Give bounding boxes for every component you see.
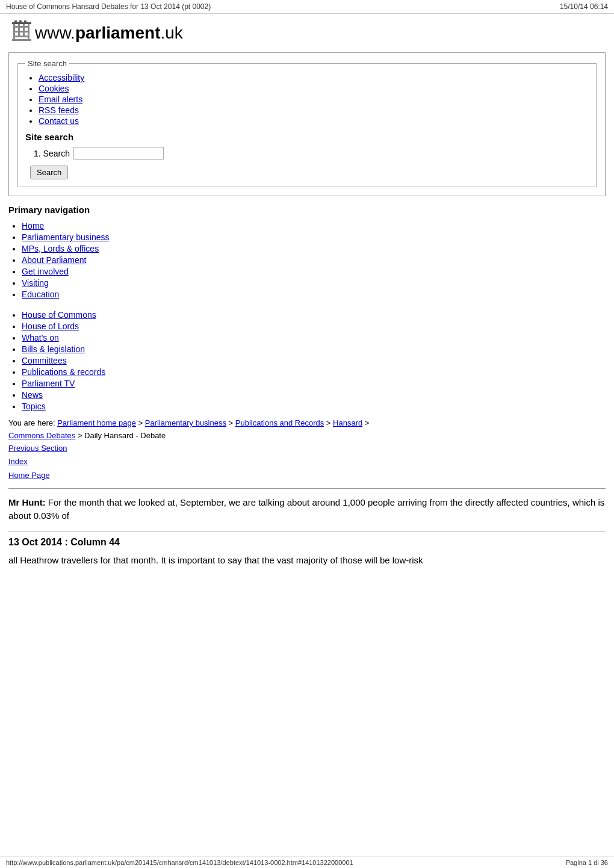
breadcrumb-parl-biz-link[interactable]: Parliamentary business bbox=[145, 418, 226, 427]
list-item: Visiting bbox=[22, 278, 606, 288]
quick-links-list: Accessibility Cookies Email alerts RSS f… bbox=[25, 73, 589, 126]
nav-parliament-tv-link[interactable]: Parliament TV bbox=[22, 379, 75, 388]
search-section-title: Site search bbox=[25, 132, 589, 142]
nav-whats-on-link[interactable]: What's on bbox=[22, 333, 59, 343]
top-bar: House of Commons Hansard Debates for 13 … bbox=[0, 0, 614, 14]
quick-link-item: Contact us bbox=[39, 116, 589, 126]
nav-topics-link[interactable]: Topics bbox=[22, 401, 46, 411]
quick-link-item: Cookies bbox=[39, 84, 589, 93]
main-text-area: Mr Hunt: For the month that we looked at… bbox=[8, 496, 606, 523]
cookies-link[interactable]: Cookies bbox=[39, 84, 69, 93]
search-label: 1. Search bbox=[34, 149, 70, 158]
svg-rect-3 bbox=[23, 23, 25, 37]
svg-rect-14 bbox=[12, 39, 31, 41]
paragraph1-text: For the month that we looked at, Septemb… bbox=[8, 497, 604, 521]
rss-feeds-link[interactable]: RSS feeds bbox=[39, 105, 79, 115]
nav-news-link[interactable]: News bbox=[22, 390, 43, 400]
quick-link-item: RSS feeds bbox=[39, 105, 589, 115]
search-input[interactable] bbox=[73, 147, 164, 160]
list-item: Get involved bbox=[22, 267, 606, 276]
svg-rect-9 bbox=[14, 20, 17, 23]
search-row: 1. Search bbox=[25, 147, 589, 160]
list-item: House of Lords bbox=[22, 321, 606, 331]
accessibility-link[interactable]: Accessibility bbox=[39, 73, 84, 82]
list-item: Parliament TV bbox=[22, 379, 606, 388]
svg-rect-6 bbox=[13, 31, 29, 33]
logo-area: www.parliament.uk bbox=[8, 20, 606, 46]
column-text: all Heathrow travellers for that month. … bbox=[8, 554, 606, 568]
list-item: Committees bbox=[22, 356, 606, 365]
list-item: Education bbox=[22, 290, 606, 299]
nav-house-lords-link[interactable]: House of Lords bbox=[22, 321, 79, 331]
list-item: MPs, Lords & offices bbox=[22, 244, 606, 253]
speaker-name: Mr Hunt: bbox=[8, 497, 46, 507]
svg-rect-5 bbox=[13, 26, 29, 28]
nav-visiting-link[interactable]: Visiting bbox=[22, 278, 49, 288]
primary-nav: Primary navigation Home Parliamentary bu… bbox=[8, 205, 606, 411]
breadcrumb-home-link[interactable]: Parliament home page bbox=[57, 418, 136, 427]
svg-rect-1 bbox=[13, 23, 15, 37]
nav-bills-link[interactable]: Bills & legislation bbox=[22, 344, 85, 354]
main-paragraph-1: Mr Hunt: For the month that we looked at… bbox=[8, 496, 606, 523]
list-item: News bbox=[22, 390, 606, 400]
site-search-legend: Site search bbox=[25, 59, 69, 68]
nav-house-commons-link[interactable]: House of Commons bbox=[22, 310, 96, 320]
svg-rect-11 bbox=[24, 20, 26, 23]
site-search-box: Site search Accessibility Cookies Email … bbox=[8, 52, 606, 196]
main-content: www.parliament.uk Site search Accessibil… bbox=[0, 14, 614, 579]
logo-text: www.parliament.uk bbox=[35, 23, 183, 43]
nav-get-involved-link[interactable]: Get involved bbox=[22, 267, 69, 276]
list-item: Parliamentary business bbox=[22, 232, 606, 242]
search-button[interactable]: Search bbox=[30, 166, 68, 179]
contact-us-link[interactable]: Contact us bbox=[39, 116, 79, 126]
nav-publications-link[interactable]: Publications & records bbox=[22, 367, 105, 377]
nav-education-link[interactable]: Education bbox=[22, 290, 59, 299]
search-button-row: Search bbox=[25, 166, 589, 179]
breadcrumb-commons-debates-link[interactable]: Commons Debates bbox=[8, 431, 75, 440]
nav-mps-lords-link[interactable]: MPs, Lords & offices bbox=[22, 244, 99, 253]
email-alerts-link[interactable]: Email alerts bbox=[39, 95, 82, 104]
column-heading: 13 Oct 2014 : Column 44 bbox=[8, 532, 606, 548]
list-item: Bills & legislation bbox=[22, 344, 606, 354]
breadcrumb-suffix: > Daily Hansard - Debate bbox=[75, 431, 166, 440]
homepage-link[interactable]: Home Page bbox=[8, 470, 606, 482]
nav-links-group1: Home Parliamentary business MPs, Lords &… bbox=[8, 221, 606, 299]
list-item: Topics bbox=[22, 401, 606, 411]
nav-committees-link[interactable]: Committees bbox=[22, 356, 67, 365]
quick-link-item: Accessibility bbox=[39, 73, 589, 82]
svg-rect-7 bbox=[13, 36, 29, 37]
svg-rect-4 bbox=[28, 23, 29, 37]
breadcrumb-pub-records-link[interactable]: Publications and Records bbox=[235, 418, 324, 427]
list-item: Home bbox=[22, 221, 606, 231]
svg-rect-2 bbox=[18, 23, 20, 37]
nav-about-parl-link[interactable]: About Parliament bbox=[22, 255, 86, 265]
svg-rect-10 bbox=[19, 20, 22, 23]
site-search-fieldset: Site search Accessibility Cookies Email … bbox=[17, 59, 597, 187]
list-item: What's on bbox=[22, 333, 606, 343]
content-divider bbox=[8, 488, 606, 489]
list-item: About Parliament bbox=[22, 255, 606, 265]
parliament-logo-icon bbox=[8, 20, 35, 46]
index-link[interactable]: Index bbox=[8, 456, 606, 468]
list-item: House of Commons bbox=[22, 310, 606, 320]
nav-parl-business-link[interactable]: Parliamentary business bbox=[22, 232, 110, 242]
breadcrumb-hansard-link[interactable]: Hansard bbox=[333, 418, 362, 427]
nav-links-group2: House of Commons House of Lords What's o… bbox=[8, 310, 606, 411]
nav-spacer bbox=[8, 305, 606, 310]
page-title: House of Commons Hansard Debates for 13 … bbox=[6, 2, 211, 11]
nav-home-link[interactable]: Home bbox=[22, 221, 44, 231]
previous-section-link[interactable]: Previous Section bbox=[8, 442, 606, 455]
primary-nav-title: Primary navigation bbox=[8, 205, 606, 215]
quick-link-item: Email alerts bbox=[39, 95, 589, 104]
datetime: 15/10/14 06:14 bbox=[560, 2, 608, 11]
list-item: Publications & records bbox=[22, 367, 606, 377]
breadcrumb-area: You are here: Parliament home page > Par… bbox=[8, 417, 606, 482]
breadcrumb-prefix: You are here: bbox=[8, 418, 57, 427]
